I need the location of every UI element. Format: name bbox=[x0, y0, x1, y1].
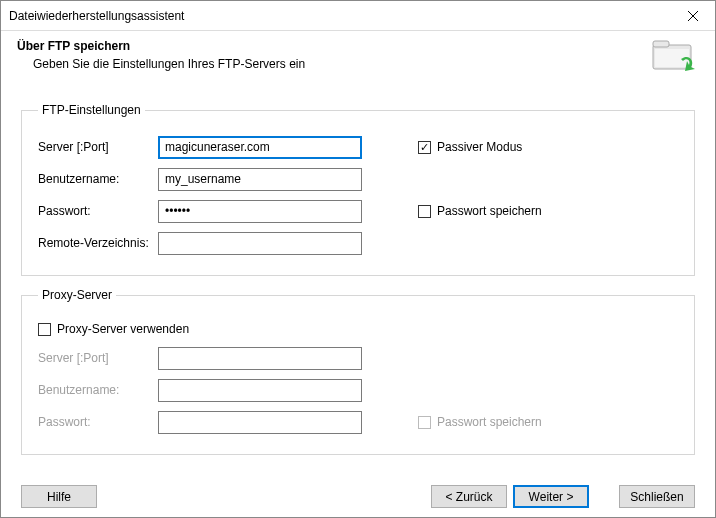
svg-rect-3 bbox=[653, 41, 669, 47]
use-proxy-checkbox[interactable] bbox=[38, 323, 51, 336]
proxy-settings-group: Proxy-Server Proxy-Server verwenden Serv… bbox=[21, 288, 695, 455]
save-password-checkbox[interactable] bbox=[418, 205, 431, 218]
save-password-label: Passwort speichern bbox=[437, 204, 542, 218]
proxy-server-label: Server [:Port] bbox=[38, 351, 158, 365]
ftp-password-input[interactable] bbox=[158, 200, 362, 223]
wizard-footer: Hilfe < Zurück Weiter > Schließen bbox=[1, 475, 715, 518]
ftp-settings-legend: FTP-Einstellungen bbox=[38, 103, 145, 117]
use-proxy-label: Proxy-Server verwenden bbox=[57, 322, 189, 336]
close-button[interactable]: Schließen bbox=[619, 485, 695, 508]
page-subtitle: Geben Sie die Einstellungen Ihres FTP-Se… bbox=[17, 57, 651, 71]
ftp-remote-dir-label: Remote-Verzeichnis: bbox=[38, 236, 158, 250]
ftp-server-input[interactable] bbox=[158, 136, 362, 159]
ftp-server-label: Server [:Port] bbox=[38, 140, 158, 154]
wizard-header: Über FTP speichern Geben Sie die Einstel… bbox=[1, 31, 715, 87]
proxy-server-input bbox=[158, 347, 362, 370]
ftp-settings-group: FTP-Einstellungen Server [:Port] Passive… bbox=[21, 103, 695, 276]
window-title: Dateiwiederherstellungsassistent bbox=[9, 9, 671, 23]
ftp-remote-dir-input[interactable] bbox=[158, 232, 362, 255]
wizard-window: Dateiwiederherstellungsassistent Über FT… bbox=[0, 0, 716, 518]
next-button[interactable]: Weiter > bbox=[513, 485, 589, 508]
proxy-save-password-label: Passwort speichern bbox=[437, 415, 542, 429]
close-icon[interactable] bbox=[671, 1, 715, 30]
back-button[interactable]: < Zurück bbox=[431, 485, 507, 508]
proxy-settings-legend: Proxy-Server bbox=[38, 288, 116, 302]
titlebar: Dateiwiederherstellungsassistent bbox=[1, 1, 715, 31]
ftp-folder-icon bbox=[651, 39, 699, 75]
proxy-save-password-checkbox bbox=[418, 416, 431, 429]
passive-mode-checkbox[interactable] bbox=[418, 141, 431, 154]
passive-mode-label: Passiver Modus bbox=[437, 140, 522, 154]
help-button[interactable]: Hilfe bbox=[21, 485, 97, 508]
ftp-username-label: Benutzername: bbox=[38, 172, 158, 186]
proxy-password-label: Passwort: bbox=[38, 415, 158, 429]
proxy-username-label: Benutzername: bbox=[38, 383, 158, 397]
page-title: Über FTP speichern bbox=[17, 39, 651, 53]
wizard-body: FTP-Einstellungen Server [:Port] Passive… bbox=[1, 87, 715, 475]
proxy-password-input bbox=[158, 411, 362, 434]
ftp-password-label: Passwort: bbox=[38, 204, 158, 218]
proxy-username-input bbox=[158, 379, 362, 402]
ftp-username-input[interactable] bbox=[158, 168, 362, 191]
